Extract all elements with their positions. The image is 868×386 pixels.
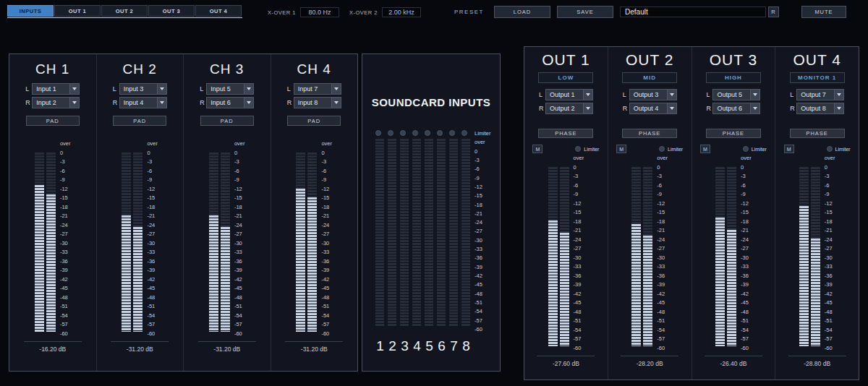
ch1-reading-line: [24, 341, 82, 342]
out1-tick: -9: [574, 191, 584, 197]
ch4-pad-button[interactable]: PAD: [287, 116, 341, 126]
ch4-input-l-value: Input 7: [294, 85, 331, 93]
out2-tick: -21: [657, 227, 668, 233]
ch3-tick: -33: [234, 249, 245, 255]
soundcard-channel-number: 8: [460, 338, 472, 354]
ch2-tick: -54: [147, 312, 158, 319]
ch2-r-label: R: [113, 99, 119, 106]
out4-mute-button[interactable]: M: [784, 145, 794, 153]
out4-tick: -6: [825, 182, 835, 189]
out1-tick: -57: [574, 335, 584, 342]
ch1-tick: -54: [60, 312, 71, 319]
out4-output-l-select[interactable]: Output 7: [796, 89, 844, 100]
soundcard-meter-2: [388, 139, 396, 327]
out3-phase-button[interactable]: PHASE: [706, 129, 761, 138]
out2-meter-scale: over0-3-6-9-12-15-18-21-24-27-30-33-36-3…: [657, 155, 668, 351]
ch2-l-label: L: [113, 85, 119, 93]
ch4-meter-scale: over0-3-6-9-12-15-18-21-24-27-30-33-36-3…: [321, 140, 332, 337]
ch1-input-l-select[interactable]: Input 1: [32, 83, 80, 95]
out4-output-r-select[interactable]: Output 8: [796, 103, 844, 114]
ch1-pad-button[interactable]: PAD: [26, 116, 80, 126]
chevron-down-icon: [244, 98, 253, 108]
out2-tick: -33: [657, 263, 668, 270]
chevron-down-icon: [244, 84, 253, 94]
xover1-value-field[interactable]: 80.0 Hz: [300, 7, 339, 17]
ch2-input-l-value: Input 3: [120, 85, 157, 93]
out2-output-l-select[interactable]: Output 3: [629, 89, 677, 100]
preset-recall-button[interactable]: R: [768, 7, 779, 17]
ch4-input-r-select[interactable]: Input 8: [294, 97, 341, 108]
load-button[interactable]: LOAD: [494, 6, 550, 18]
top-toolbar: INPUTSOUT 1OUT 2OUT 3OUT 4 X-OVER 1 80.0…: [0, 0, 868, 25]
out1-output-r-select[interactable]: Output 2: [545, 103, 593, 114]
ch2-input-r-select[interactable]: Input 4: [119, 97, 167, 108]
mute-button[interactable]: MUTE: [801, 6, 846, 18]
chevron-down-icon: [834, 103, 843, 113]
out4-meter-l-fill: [799, 206, 809, 346]
ch4-tick: -15: [321, 194, 332, 201]
ch2-tick: -39: [147, 267, 158, 273]
save-button[interactable]: SAVE: [557, 6, 613, 18]
ch4-tick: -39: [321, 267, 332, 273]
chevron-down-icon: [331, 84, 341, 94]
out2-tick: -39: [657, 281, 668, 288]
ch2-tick: 0: [147, 150, 158, 156]
ch4-input-l-select[interactable]: Input 7: [294, 83, 341, 95]
soundcard-meter-8: [461, 139, 470, 327]
out4-tick: -60: [825, 345, 835, 351]
soundcard-channel-number: 4: [411, 338, 423, 354]
ch3-input-r-select[interactable]: Input 6: [206, 97, 254, 108]
xover2-value-field[interactable]: 2.00 kHz: [382, 7, 421, 17]
chevron-down-icon: [157, 84, 166, 94]
out1-mute-button[interactable]: M: [532, 145, 542, 153]
ch2-pad-button[interactable]: PAD: [113, 116, 166, 126]
out2-phase-button[interactable]: PHASE: [622, 129, 677, 138]
out4-tick: -33: [825, 263, 835, 270]
out1-tick: -48: [574, 309, 584, 315]
out4-band-button[interactable]: MONITOR 1: [790, 72, 845, 83]
ch1-tick: -33: [60, 249, 71, 255]
ch3-input-l-select[interactable]: Input 5: [206, 83, 254, 95]
out3-output-r-select[interactable]: Output 6: [712, 103, 760, 114]
out2-output-r-select[interactable]: Output 4: [629, 103, 677, 114]
ch1-meter-l-fill: [35, 185, 44, 332]
out1-band-button[interactable]: LOW: [538, 72, 593, 83]
soundcard-tick: -48: [475, 291, 491, 297]
ch1-input-r-select[interactable]: Input 2: [32, 97, 80, 108]
ch2-input-l-select[interactable]: Input 3: [119, 83, 167, 95]
tab-out-3[interactable]: OUT 3: [148, 5, 195, 17]
out1-phase-button[interactable]: PHASE: [538, 129, 593, 138]
preset-name-field[interactable]: Default: [620, 7, 766, 17]
tab-out-1[interactable]: OUT 1: [54, 5, 101, 17]
ch2-tick: -12: [147, 186, 158, 192]
ch2-l-row: LInput 3: [113, 83, 167, 95]
ch1-tick: over: [60, 140, 71, 147]
ch3-pad-button[interactable]: PAD: [200, 116, 254, 126]
ch3-tick: -39: [234, 267, 245, 273]
ch3-tick: -30: [234, 240, 245, 246]
xover1-label: X-OVER 1: [268, 9, 296, 16]
out3-mute-button[interactable]: M: [700, 145, 710, 153]
tab-inputs[interactable]: INPUTS: [7, 5, 54, 17]
ch1-meter: over0-3-6-9-12-15-18-21-24-27-30-33-36-3…: [35, 140, 71, 337]
out3-tick: -9: [741, 191, 752, 197]
out1-tick: -45: [574, 299, 584, 306]
out4-level-reading: -28.80 dB: [804, 360, 830, 367]
tab-out-4[interactable]: OUT 4: [195, 5, 242, 17]
out2-mute-button[interactable]: M: [616, 145, 626, 153]
out4-phase-button[interactable]: PHASE: [790, 129, 845, 138]
soundcard-limiter-led-3: [400, 130, 406, 136]
out3-band-button[interactable]: HIGH: [706, 72, 761, 83]
out3-output-l-select[interactable]: Output 5: [712, 89, 760, 100]
soundcard-title: SOUNDCARD INPUTS: [362, 96, 500, 108]
out2-tick: -36: [657, 273, 668, 279]
ch3-tick: -15: [234, 194, 245, 201]
out2-band-button[interactable]: MID: [622, 72, 677, 83]
out2-r-row: ROutput 4: [623, 103, 677, 114]
out3-limiter-led: [743, 146, 749, 152]
out1-tick: -24: [574, 236, 584, 243]
tab-out-2[interactable]: OUT 2: [101, 5, 148, 17]
ch4-tick: -18: [321, 204, 332, 210]
out1-output-l-select[interactable]: Output 1: [545, 89, 593, 100]
soundcard-bar-row: [375, 139, 470, 327]
